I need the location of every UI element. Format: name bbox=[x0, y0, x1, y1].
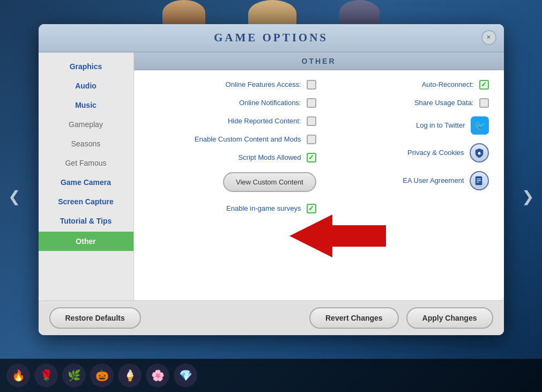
privacy-button[interactable] bbox=[470, 143, 489, 162]
option-enable-surveys: Enable in-game surveys ✓ bbox=[149, 204, 316, 213]
modal-title: Game Options bbox=[214, 31, 328, 44]
option-share-usage: Share Usage Data: bbox=[322, 98, 489, 108]
option-hide-reported: Hide Reported Content: bbox=[149, 116, 316, 126]
modal-overlay: Game Options × Graphics Audio Music Game… bbox=[0, 0, 542, 359]
modal-footer: Restore Defaults Revert Changes Apply Ch… bbox=[39, 300, 504, 335]
option-online-features-checkbox[interactable] bbox=[307, 80, 316, 90]
taskbar-icon-icecream[interactable]: 🍦 bbox=[118, 364, 142, 387]
option-enable-cc-checkbox[interactable] bbox=[307, 135, 316, 144]
option-enable-surveys-checkbox[interactable]: ✓ bbox=[307, 204, 316, 213]
option-enable-surveys-label: Enable in-game surveys bbox=[226, 204, 301, 212]
options-right: Auto-Reconnect: ✓ Share Usage Data: Log … bbox=[322, 80, 489, 213]
content-header: Other bbox=[134, 53, 504, 70]
ea-agreement-button[interactable] bbox=[470, 171, 489, 190]
sidebar-item-music[interactable]: Music bbox=[39, 95, 133, 115]
option-auto-reconnect-checkbox[interactable]: ✓ bbox=[479, 80, 489, 90]
option-share-usage-checkbox[interactable] bbox=[479, 98, 489, 108]
modal-dialog: Game Options × Graphics Audio Music Game… bbox=[39, 24, 504, 335]
sidebar-item-gameplay[interactable]: Gameplay bbox=[39, 115, 133, 134]
svg-rect-3 bbox=[477, 179, 481, 179]
sidebar-item-seasons[interactable]: Seasons bbox=[39, 134, 133, 153]
option-online-notifications-label: Online Notifications: bbox=[239, 99, 301, 107]
svg-rect-1 bbox=[479, 152, 480, 154]
sidebar-item-other[interactable]: Other bbox=[39, 232, 133, 251]
close-button[interactable]: × bbox=[481, 30, 496, 45]
taskbar-icon-leaf[interactable]: 🌿 bbox=[62, 364, 86, 387]
taskbar-icon-pumpkin[interactable]: 🎃 bbox=[90, 364, 114, 387]
twitter-label: Log in to Twitter bbox=[416, 121, 465, 129]
sidebar-item-graphics[interactable]: Graphics bbox=[39, 57, 133, 76]
view-custom-content-button[interactable]: View Custom Content bbox=[223, 172, 316, 192]
sidebar-item-screen-capture[interactable]: Screen Capture bbox=[39, 192, 133, 211]
options-columns: Online Features Access: Online Notificat… bbox=[149, 80, 489, 213]
option-online-notifications-checkbox[interactable] bbox=[307, 98, 316, 108]
view-custom-content-row: View Custom Content bbox=[149, 172, 316, 192]
taskbar-icon-flower[interactable]: 🌸 bbox=[146, 364, 169, 387]
privacy-label: Privacy & Cookies bbox=[407, 149, 464, 157]
privacy-option: Privacy & Cookies bbox=[322, 143, 489, 162]
twitter-button[interactable]: 🐦 bbox=[471, 116, 489, 135]
option-auto-reconnect: Auto-Reconnect: ✓ bbox=[322, 80, 489, 90]
footer-right-buttons: Revert Changes Apply Changes bbox=[309, 307, 493, 329]
modal-header: Game Options × bbox=[39, 24, 504, 53]
ea-agreement-option: EA User Agreement bbox=[322, 171, 489, 190]
svg-rect-4 bbox=[477, 180, 481, 181]
bottom-taskbar: 🔥 🌹 🌿 🎃 🍦 🌸 💎 bbox=[0, 359, 542, 392]
taskbar-icon-diamond[interactable]: 💎 bbox=[174, 364, 197, 387]
ea-agreement-label: EA User Agreement bbox=[403, 176, 464, 184]
option-share-usage-label: Share Usage Data: bbox=[414, 99, 474, 107]
sidebar-item-tutorial-tips[interactable]: Tutorial & Tips bbox=[39, 211, 133, 231]
option-enable-cc: Enable Custom Content and Mods bbox=[149, 135, 316, 144]
option-enable-cc-label: Enable Custom Content and Mods bbox=[195, 135, 301, 143]
option-script-mods: Script Mods Allowed ✓ bbox=[149, 153, 316, 162]
option-auto-reconnect-label: Auto-Reconnect: bbox=[422, 80, 474, 88]
sidebar-item-audio[interactable]: Audio bbox=[39, 76, 133, 95]
svg-rect-5 bbox=[477, 182, 479, 182]
options-left: Online Features Access: Online Notificat… bbox=[149, 80, 316, 213]
shield-icon bbox=[474, 148, 484, 158]
apply-changes-button[interactable]: Apply Changes bbox=[406, 307, 493, 329]
document-icon bbox=[474, 176, 484, 186]
content-area: Other Online Features Access: bbox=[134, 53, 504, 300]
content-body: Online Features Access: Online Notificat… bbox=[134, 70, 504, 300]
option-online-features: Online Features Access: bbox=[149, 80, 316, 90]
option-script-mods-label: Script Mods Allowed bbox=[238, 153, 301, 161]
modal-body: Graphics Audio Music Gameplay Seasons Ge… bbox=[39, 53, 504, 300]
option-online-notifications: Online Notifications: bbox=[149, 98, 316, 108]
restore-defaults-button[interactable]: Restore Defaults bbox=[49, 307, 141, 329]
taskbar-icon-fire[interactable]: 🔥 bbox=[6, 364, 30, 387]
sidebar-item-game-camera[interactable]: Game Camera bbox=[39, 173, 133, 192]
taskbar-icon-rose[interactable]: 🌹 bbox=[34, 364, 58, 387]
revert-changes-button[interactable]: Revert Changes bbox=[309, 307, 399, 329]
option-hide-reported-checkbox[interactable] bbox=[307, 116, 316, 126]
option-script-mods-checkbox[interactable]: ✓ bbox=[307, 153, 316, 162]
sidebar-item-get-famous[interactable]: Get Famous bbox=[39, 153, 133, 173]
sidebar: Graphics Audio Music Gameplay Seasons Ge… bbox=[39, 53, 134, 300]
option-hide-reported-label: Hide Reported Content: bbox=[228, 117, 301, 125]
twitter-option: Log in to Twitter 🐦 bbox=[322, 116, 489, 135]
option-online-features-label: Online Features Access: bbox=[226, 80, 301, 88]
